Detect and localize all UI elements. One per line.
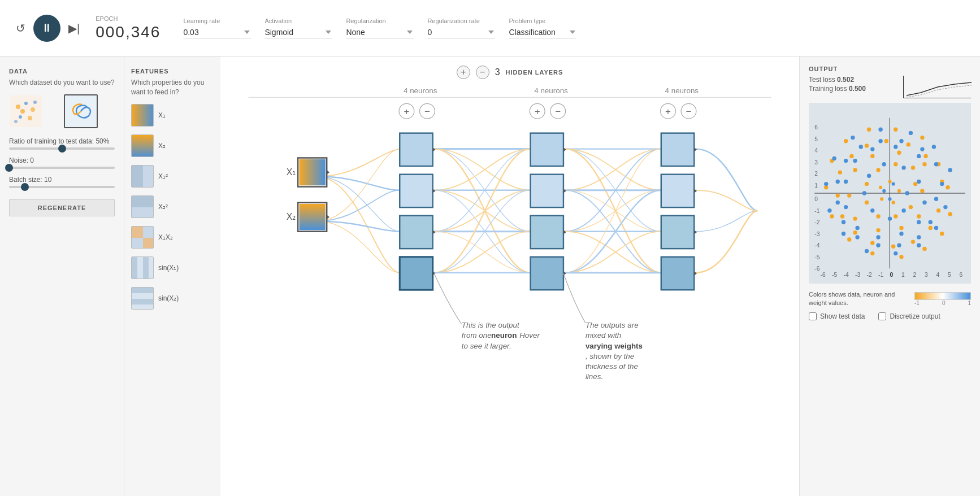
learning-rate-label: Learning rate [183,18,251,24]
show-test-checkbox[interactable]: Show test data [809,312,865,320]
svg-rect-20 [143,238,154,249]
input-x2-label: X₂ [287,212,296,221]
regenerate-button[interactable]: REGENERATE [9,199,115,216]
svg-point-206 [932,145,936,149]
svg-point-162 [911,166,915,169]
layer1-add-remove[interactable]: + − [399,103,435,119]
svg-text:-3: -3 [814,231,819,237]
reg-rate-label: Regularization rate [427,18,495,24]
svg-rect-14 [143,166,154,188]
checkboxes: Show test data Discretize output [809,312,971,320]
step-button[interactable]: ▶| [66,19,82,37]
add-layer-button[interactable]: + [457,66,470,79]
layer2-add-remove[interactable]: + − [530,103,565,119]
svg-rect-45 [300,159,326,185]
feature-x1x2-preview [131,226,154,249]
layer1-neuron1[interactable] [400,133,437,166]
discretize-input[interactable] [878,312,886,320]
svg-text:-1: -1 [814,208,819,214]
svg-point-187 [844,159,848,163]
pause-button[interactable]: ⏸ [33,15,60,42]
problem-type-select[interactable]: ClassificationRegression [509,27,576,38]
noise-slider-group: Noise: 0 [9,156,115,169]
activation-group: Activation SigmoidReLUTanhLinear [264,18,332,38]
input-x1[interactable] [298,158,331,186]
color-legend-text: Colors shows data, neuron and weight val… [809,290,910,308]
layer2-neuron4[interactable] [531,257,568,290]
epoch-label: Epoch [96,15,161,22]
svg-point-172 [922,162,926,166]
input-x2[interactable] [298,203,331,232]
svg-marker-81 [694,189,697,193]
svg-rect-27 [132,288,154,293]
svg-point-126 [929,226,933,230]
pause-icon: ⏸ [41,21,53,34]
svg-point-200 [827,208,831,212]
layer3-neuron3[interactable] [661,216,699,249]
svg-rect-52 [400,133,432,166]
svg-point-152 [894,128,897,132]
svg-rect-82 [661,216,694,249]
feature-sinx1[interactable]: sin(X₁) [131,256,214,279]
svg-text:1: 1 [814,182,818,189]
reset-button[interactable]: ↺ [14,19,28,37]
feature-x1x2[interactable]: X₁X₂ [131,226,214,249]
svg-point-177 [888,180,891,183]
svg-point-144 [899,255,903,259]
svg-point-228 [888,197,891,201]
svg-text:mixed with: mixed with [586,331,621,340]
show-test-input[interactable] [809,312,817,320]
reg-rate-select[interactable]: 00.0010.01 [427,27,495,38]
layer3-neurons-label: 4 neurons [665,86,699,95]
loss-header: Test loss 0.502 Training loss 0.500 [809,76,971,98]
layer1-neuron3[interactable] [400,216,437,249]
layer1-neuron2[interactable] [400,175,437,207]
svg-point-158 [865,201,869,205]
layer3-neuron1[interactable] [661,133,699,166]
svg-point-183 [855,235,859,239]
remove-layer-button[interactable]: − [476,66,489,79]
feature-x2-label: X₂ [158,142,166,150]
svg-point-195 [934,226,938,230]
svg-text:-2: -2 [867,272,872,278]
svg-text:2: 2 [913,272,917,278]
dataset-item-2[interactable] [64,94,98,128]
feature-x2sq[interactable]: X₂² [131,195,214,218]
activation-select[interactable]: SigmoidReLUTanhLinear [264,27,332,38]
svg-rect-58 [400,216,432,249]
regularization-select[interactable]: NoneL1L2 [346,27,414,38]
layer2-neuron2[interactable] [531,175,568,207]
svg-rect-25 [149,257,154,279]
svg-point-125 [936,208,940,212]
feature-x1sq-preview [131,165,154,188]
feature-x1[interactable]: X₁ [131,104,214,127]
hidden-layers-label: HIDDEN LAYERS [506,69,563,76]
svg-point-220 [876,235,880,239]
layer2-neuron3[interactable] [531,216,568,249]
feature-sinx2[interactable]: sin(X₂) [131,287,214,310]
layer2-neuron1[interactable] [531,133,568,166]
svg-point-141 [948,212,952,216]
layer3-add-remove[interactable]: + − [661,103,696,119]
svg-point-204 [878,128,882,132]
svg-text:-6: -6 [814,266,819,272]
discretize-checkbox[interactable]: Discretize output [878,312,940,320]
learning-rate-select[interactable]: 0.030.010.1 [183,27,251,38]
svg-text:-1: -1 [878,272,883,278]
svg-point-8 [20,109,25,114]
feature-x1sq[interactable]: X₁² [131,165,214,188]
layer3-neuron4[interactable] [661,257,699,290]
svg-point-171 [897,151,901,155]
hidden-layers-header: + − 3 HIDDEN LAYERS [227,66,792,79]
svg-text:−: − [424,106,430,117]
svg-point-128 [891,245,895,249]
svg-marker-78 [694,147,697,151]
layer1-neuron4[interactable] [400,257,437,290]
svg-point-203 [851,136,855,140]
network-svg: 4 neurons 4 neurons 4 neurons + − + − + … [227,84,792,482]
feature-x2[interactable]: X₂ [131,134,214,157]
svg-point-131 [840,214,844,218]
layer3-neuron2[interactable] [661,175,699,207]
svg-point-157 [876,214,880,218]
dataset-item-1[interactable] [9,94,43,128]
